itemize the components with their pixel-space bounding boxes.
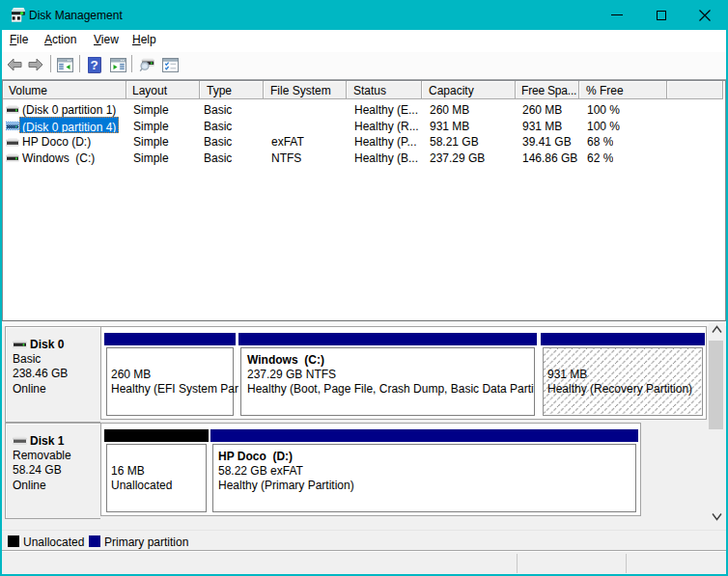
svg-text:?: ? [91, 58, 98, 72]
